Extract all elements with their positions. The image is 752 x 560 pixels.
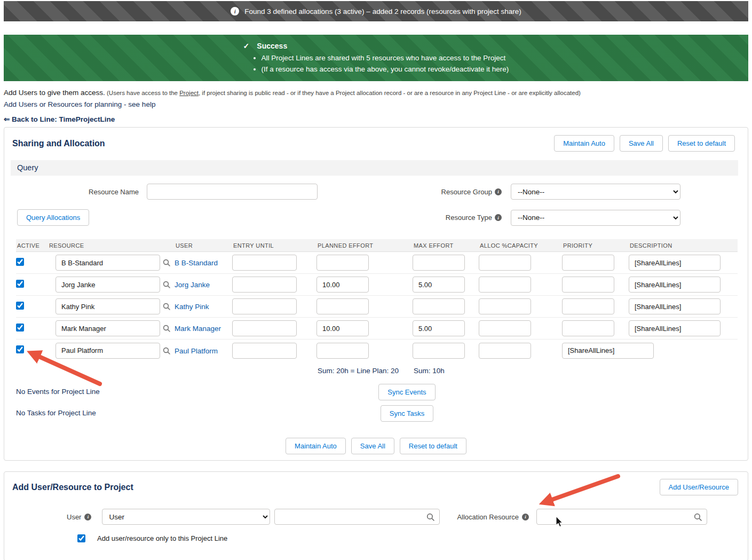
col-header-entry-until: ENTRY UNTIL <box>232 242 316 249</box>
resource-lookup-input[interactable] <box>56 343 160 359</box>
table-row: Mark Manager <box>16 318 738 340</box>
max-effort-input[interactable] <box>413 343 465 359</box>
user-link[interactable]: Kathy Pink <box>175 303 209 311</box>
success-banner: ✓ Success All Project Lines are shared w… <box>4 35 748 81</box>
search-icon[interactable] <box>163 303 170 310</box>
user-link[interactable]: Mark Manager <box>175 325 221 333</box>
col-header-active: ACTIVE <box>16 242 48 249</box>
sync-events-button[interactable]: Sync Events <box>378 384 435 400</box>
query-allocations-button[interactable]: Query Allocations <box>17 209 89 226</box>
info-icon: i <box>495 214 502 221</box>
col-header-resource: RESOURCE <box>48 242 175 249</box>
user-search-input[interactable] <box>274 509 440 525</box>
entry-until-input[interactable] <box>232 320 297 336</box>
active-checkbox[interactable] <box>16 324 24 332</box>
description-input[interactable] <box>629 298 721 314</box>
resource-name-label: Resource Name <box>4 188 139 196</box>
max-effort-input[interactable] <box>413 320 465 336</box>
add-user-resource-card: Add User/Resource to Project Add User/Re… <box>4 471 748 560</box>
user-link[interactable]: Paul Platform <box>175 347 218 355</box>
col-header-max-effort: MAX EFFORT <box>413 242 479 249</box>
description-input[interactable] <box>629 277 721 293</box>
entry-until-input[interactable] <box>232 255 297 271</box>
priority-input[interactable] <box>562 277 614 293</box>
sharing-allocation-card: Sharing and Allocation Maintain Auto Sav… <box>4 127 748 461</box>
active-checkbox[interactable] <box>16 258 24 266</box>
col-header-priority: PRIORITY <box>562 242 629 249</box>
allocation-resource-search-input[interactable] <box>536 509 707 525</box>
check-icon: ✓ <box>243 42 250 50</box>
resource-lookup-input[interactable] <box>56 298 160 314</box>
planned-effort-input[interactable] <box>316 277 369 293</box>
resource-type-label: Resource Type <box>446 214 492 222</box>
alloc-capacity-input[interactable] <box>479 277 531 293</box>
maintain-auto-button-bottom[interactable]: Maintain Auto <box>286 438 346 454</box>
priority-input[interactable] <box>479 343 531 359</box>
entry-until-input[interactable] <box>232 343 297 359</box>
description-input[interactable] <box>562 343 654 359</box>
sum-row: Sum: 20h = Line Plan: 20 Sum: 10h <box>16 367 738 375</box>
priority-input[interactable] <box>562 255 614 271</box>
only-this-line-label[interactable]: Add user/resource only to this Project L… <box>97 534 227 542</box>
maintain-auto-button-top[interactable]: Maintain Auto <box>554 135 614 152</box>
save-all-button-bottom[interactable]: Save All <box>351 438 394 454</box>
priority-input[interactable] <box>562 320 614 336</box>
planned-effort-input[interactable] <box>316 298 369 314</box>
resource-type-select[interactable]: --None-- <box>511 210 680 226</box>
max-effort-input[interactable] <box>413 255 465 271</box>
active-checkbox[interactable] <box>16 280 24 288</box>
priority-input[interactable] <box>562 298 614 314</box>
sync-tasks-button[interactable]: Sync Tasks <box>381 405 434 422</box>
planned-effort-input[interactable] <box>316 255 369 271</box>
alloc-capacity-input[interactable] <box>479 298 531 314</box>
search-icon[interactable] <box>163 325 170 332</box>
search-icon[interactable] <box>163 259 170 266</box>
table-header-row: ACTIVE RESOURCE USER ENTRY UNTIL PLANNED… <box>16 239 738 252</box>
col-header-alloc-capacity: ALLOC %CAPACITY <box>479 242 562 249</box>
description-input[interactable] <box>629 255 721 271</box>
planned-effort-sum: Sum: 20h = Line Plan: 20 <box>316 367 413 375</box>
max-effort-input[interactable] <box>413 277 465 293</box>
description-input[interactable] <box>629 320 721 336</box>
planned-effort-input[interactable] <box>316 320 369 336</box>
search-icon[interactable] <box>694 513 702 521</box>
planning-help-text: Add Users or Resources for planning - se… <box>4 100 748 109</box>
user-link[interactable]: Jorg Janke <box>175 281 210 289</box>
alloc-capacity-input[interactable] <box>479 255 531 271</box>
save-all-button-top[interactable]: Save All <box>620 135 663 152</box>
query-section-header: Query <box>11 160 738 176</box>
alloc-capacity-input[interactable] <box>479 320 531 336</box>
add-card-title: Add User/Resource to Project <box>12 483 133 492</box>
info-banner-text: Found 3 defined allocations (3 active) –… <box>244 7 521 15</box>
resource-lookup-input[interactable] <box>56 320 160 336</box>
search-icon[interactable] <box>426 513 434 521</box>
max-effort-input[interactable] <box>413 298 465 314</box>
entry-until-input[interactable] <box>232 277 297 293</box>
info-icon: i <box>84 514 91 520</box>
resource-lookup-input[interactable] <box>56 277 160 293</box>
add-users-detail-pre: (Users have access to the <box>105 90 179 96</box>
only-this-line-checkbox[interactable] <box>77 534 85 542</box>
intro-text: Add Users to give them access. (Users ha… <box>4 88 748 124</box>
user-type-select[interactable]: User <box>102 509 270 525</box>
search-icon[interactable] <box>163 281 170 288</box>
resource-group-select[interactable]: --None-- <box>511 184 680 200</box>
resource-name-input[interactable] <box>147 184 318 200</box>
search-icon[interactable] <box>163 347 170 354</box>
project-link[interactable]: Project <box>179 90 199 96</box>
resource-group-label: Resource Group <box>441 188 492 196</box>
entry-until-input[interactable] <box>232 298 297 314</box>
add-users-detail-post: , if project sharing is public read - or… <box>199 90 581 96</box>
reset-to-default-button-top[interactable]: Reset to default <box>668 135 735 152</box>
back-to-line-link[interactable]: ⇐ Back to Line: TimeProjectLine <box>4 115 115 123</box>
active-checkbox[interactable] <box>16 345 24 353</box>
planned-effort-input[interactable] <box>316 343 369 359</box>
col-header-user: USER <box>175 242 232 249</box>
active-checkbox[interactable] <box>16 302 24 310</box>
resource-lookup-input[interactable] <box>56 255 160 271</box>
reset-to-default-button-bottom[interactable]: Reset to default <box>400 438 466 454</box>
info-icon: i <box>231 7 239 15</box>
max-effort-sum: Sum: 10h <box>413 367 479 375</box>
user-link[interactable]: B B-Standard <box>175 259 218 267</box>
add-user-resource-button[interactable]: Add User/Resource <box>660 479 738 495</box>
